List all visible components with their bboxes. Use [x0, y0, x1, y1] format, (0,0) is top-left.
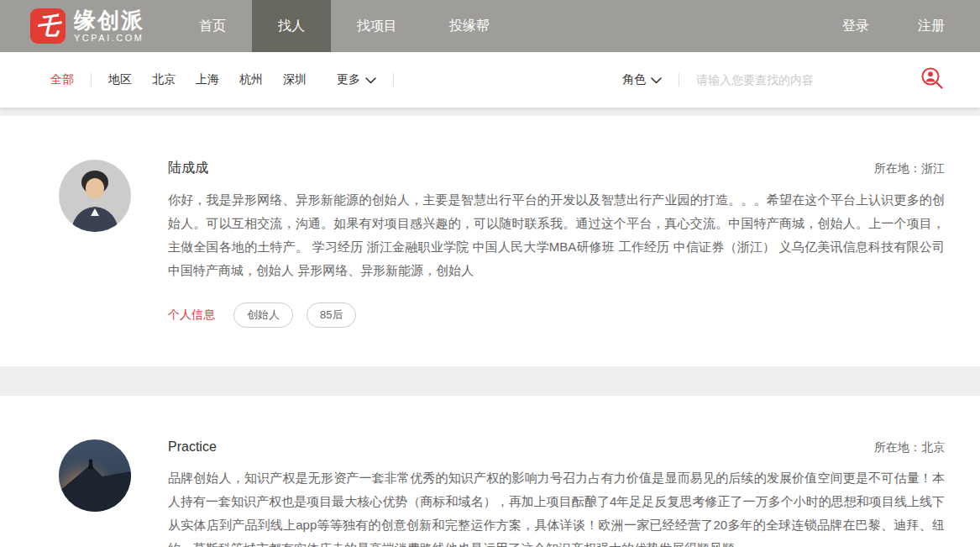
site-logo[interactable]: 乇 缘创派 YCPAI.COM	[30, 0, 144, 52]
divider	[91, 73, 92, 87]
role-label: 角色	[622, 72, 646, 87]
profile-location: 所在地：北京	[874, 440, 945, 455]
profile-tags: 个人信息 创始人 85后	[168, 302, 945, 328]
filter-city-beijing[interactable]: 北京	[152, 72, 176, 87]
nav-item-touyuanbang[interactable]: 投缘帮	[423, 0, 516, 52]
divider	[679, 73, 679, 87]
avatar[interactable]	[59, 439, 131, 512]
filter-city-shanghai[interactable]: 上海	[196, 72, 219, 87]
avatar[interactable]	[59, 160, 131, 232]
main-nav: 首页 找人 找项目 投缘帮	[173, 0, 516, 52]
nav-item-find-people[interactable]: 找人	[252, 0, 331, 52]
profile-card: Practice 所在地：北京 品牌创始人，知识产权是无形资产一套非常优秀的知识…	[0, 396, 980, 547]
profile-description: 你好，我是异形网络、异形新能源的创始人，主要是智慧出行平台的开发以及智慧出行产业…	[168, 188, 945, 282]
profile-description: 品牌创始人，知识产权是无形资产一套非常优秀的知识产权的影响力号召力占有力价值是显…	[168, 466, 945, 547]
top-header: 乇 缘创派 YCPAI.COM 首页 找人 找项目 投缘帮 登录 注册	[0, 0, 980, 52]
profile-name[interactable]: Practice	[168, 439, 217, 455]
login-link[interactable]: 登录	[842, 18, 869, 35]
divider	[393, 73, 394, 87]
logo-title: 缘创派	[74, 9, 144, 31]
search-input[interactable]	[696, 73, 889, 87]
profile-card-body: 陆成成 所在地：浙江 你好，我是异形网络、异形新能源的创始人，主要是智慧出行平台…	[168, 160, 945, 328]
filter-bar: 全部 地区 北京 上海 杭州 深圳 更多 角色	[0, 52, 980, 108]
search-button[interactable]	[918, 66, 946, 94]
filter-all[interactable]: 全部	[50, 72, 74, 87]
tag-85s[interactable]: 85后	[307, 302, 356, 328]
profile-name[interactable]: 陆成成	[168, 160, 208, 177]
profile-card: 陆成成 所在地：浙江 你好，我是异形网络、异形新能源的创始人，主要是智慧出行平台…	[0, 116, 980, 366]
profile-card-header: Practice 所在地：北京	[168, 439, 945, 455]
auth-links: 登录 注册	[842, 0, 980, 52]
profile-location: 所在地：浙江	[874, 161, 945, 176]
tag-personal-info: 个人信息	[168, 308, 215, 323]
profile-card-header: 陆成成 所在地：浙江	[168, 160, 945, 177]
logo-subtitle: YCPAI.COM	[74, 34, 144, 43]
logo-text: 缘创派 YCPAI.COM	[74, 9, 144, 43]
filter-city-hangzhou[interactable]: 杭州	[239, 72, 263, 87]
filter-city-shenzhen[interactable]: 深圳	[283, 72, 307, 87]
chevron-down-icon	[651, 73, 662, 87]
filter-more-dropdown[interactable]: 更多	[337, 72, 376, 87]
nav-item-home[interactable]: 首页	[173, 0, 252, 52]
chevron-down-icon	[365, 73, 376, 87]
filter-region-label: 地区	[108, 72, 132, 87]
register-link[interactable]: 注册	[918, 18, 945, 35]
search-icon	[919, 66, 946, 95]
tag-founder[interactable]: 创始人	[233, 302, 293, 328]
nav-item-find-projects[interactable]: 找项目	[331, 0, 423, 52]
filter-right-group: 角色	[622, 66, 946, 94]
role-dropdown[interactable]: 角色	[622, 72, 662, 87]
logo-icon: 乇	[30, 8, 66, 44]
filter-more-label: 更多	[337, 72, 360, 87]
profile-card-body: Practice 所在地：北京 品牌创始人，知识产权是无形资产一套非常优秀的知识…	[168, 439, 945, 547]
